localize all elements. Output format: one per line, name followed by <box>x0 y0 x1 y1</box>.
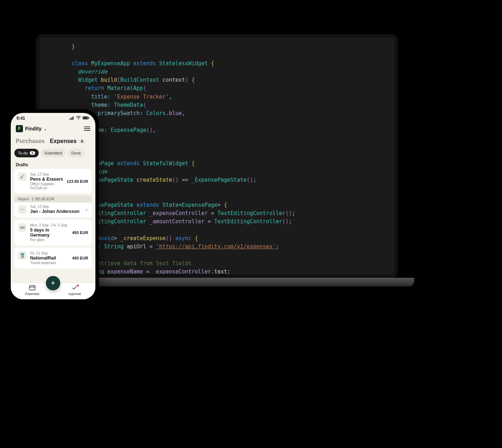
menu-button[interactable] <box>84 127 90 131</box>
tab-expenses[interactable]: Expenses 4 <box>50 138 85 144</box>
svg-rect-0 <box>70 119 70 120</box>
chip-label: To-do <box>18 151 28 155</box>
card-subtitle: Per diem <box>30 238 68 242</box>
category-icon: 🍽 <box>18 223 27 232</box>
more-icon: ⋯ <box>18 205 27 214</box>
signal-icon <box>70 116 75 121</box>
status-icons <box>70 116 90 121</box>
category-icon: 🚆 <box>18 251 27 260</box>
svg-rect-8 <box>29 286 35 290</box>
card-amount: 123.50 EUR <box>67 179 88 184</box>
chip-todo[interactable]: To-do 4 <box>14 149 39 157</box>
svg-rect-3 <box>73 116 74 120</box>
report-summary: Report · 1 355.80 EUR <box>14 196 92 202</box>
add-expense-button[interactable]: + <box>46 276 60 290</box>
svg-rect-1 <box>71 118 71 120</box>
nav-label: Approval <box>68 292 81 296</box>
check-icon <box>72 285 77 291</box>
brand-selector[interactable]: F Findity ⌄ <box>16 125 47 132</box>
notification-dot-icon <box>77 285 79 286</box>
tab-purchases[interactable]: Purchases <box>16 138 45 144</box>
phone-screen: 9:41 F Findity ⌄ <box>11 113 95 299</box>
svg-rect-6 <box>83 117 88 119</box>
chevron-down-icon: ⌄ <box>44 127 47 131</box>
report-group: Report · 1 355.80 EUR ⋯ Sat, 12 Sep Jan … <box>14 196 92 218</box>
card-title: 5 days in Germany <box>30 228 68 238</box>
svg-rect-2 <box>72 117 72 120</box>
battery-icon <box>82 116 90 121</box>
expense-card[interactable]: 🍽 Mon, 1 Sep - Fri, 5 Sep 5 days in Germ… <box>14 220 92 246</box>
card-date: Sat, 12 Sep <box>30 172 63 176</box>
expense-card[interactable]: ⋯ Sat, 12 Sep Jan - Johan Andersson ⌄ <box>14 202 92 218</box>
card-title: Jan - Johan Andersson <box>30 209 81 214</box>
svg-point-4 <box>78 119 79 119</box>
tab-label: Expenses <box>50 138 77 144</box>
svg-rect-7 <box>89 117 89 119</box>
filter-chips: To-do 4 Submitted Done <box>11 146 95 160</box>
expense-card[interactable]: 🚆 Fri, 11 Sep NationalRail Travel expens… <box>14 248 92 268</box>
chevron-down-icon[interactable]: ⌄ <box>85 207 88 212</box>
chip-label: Done <box>71 151 81 155</box>
hamburger-icon <box>84 127 90 127</box>
card-subtitle: Office Supplies · IncClub.se <box>30 182 63 190</box>
app-header: F Findity ⌄ <box>11 121 95 134</box>
nav-approval[interactable]: Approval <box>68 285 81 296</box>
card-date: Mon, 1 Sep - Fri, 5 Sep <box>30 223 68 227</box>
card-title: NationalRail <box>30 256 68 261</box>
card-amount: 493 EUR <box>72 230 88 235</box>
card-amount: 493 EUR <box>72 256 88 260</box>
nav-expenses[interactable]: Expenses <box>25 285 39 296</box>
phone-mockup: 9:41 F Findity ⌄ <box>7 109 99 303</box>
tab-label: Purchases <box>16 138 45 144</box>
chip-done[interactable]: Done <box>68 149 84 157</box>
bottom-nav: Expenses + Approval <box>11 283 95 299</box>
tab-badge: 4 <box>79 139 85 144</box>
plus-icon: + <box>51 278 56 288</box>
card-title: Pens & Erasers <box>30 177 63 182</box>
wifi-icon <box>76 116 81 121</box>
chip-label: Submitted <box>44 151 62 155</box>
main-tabs: Purchases Expenses 4 <box>11 134 95 146</box>
card-subtitle: Travel expenses <box>30 261 68 265</box>
card-date: Fri, 11 Sep <box>30 251 68 255</box>
expense-card[interactable]: 🖊 Sat, 12 Sep Pens & Erasers Office Supp… <box>14 169 92 194</box>
category-icon: 🖊 <box>18 172 27 181</box>
brand-name: Findity <box>25 126 42 132</box>
chip-submitted[interactable]: Submitted <box>41 149 66 157</box>
status-time: 9:41 <box>16 116 25 121</box>
card-icon <box>29 285 35 291</box>
nav-label: Expenses <box>25 292 39 296</box>
brand-logo-icon: F <box>16 125 23 132</box>
section-title-drafts: Drafts <box>11 160 95 169</box>
card-date: Sat, 12 Sep <box>30 205 81 209</box>
chip-badge: 4 <box>30 151 35 155</box>
status-bar: 9:41 <box>11 113 95 121</box>
expense-list: 🖊 Sat, 12 Sep Pens & Erasers Office Supp… <box>11 169 95 283</box>
class-myexpenseapp: MyExpenseApp <box>91 60 130 67</box>
